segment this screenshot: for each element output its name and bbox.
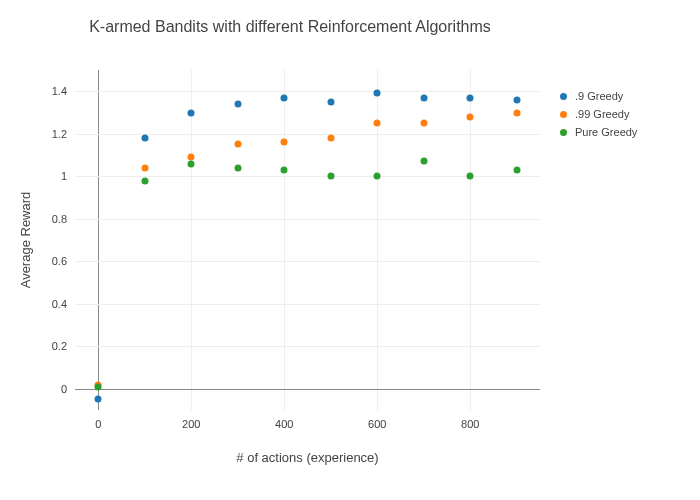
data-point[interactable] xyxy=(374,120,381,127)
legend-item[interactable]: .99 Greedy xyxy=(560,108,637,120)
grid-line-h xyxy=(75,346,540,347)
grid-line-h xyxy=(75,261,540,262)
y-tick-label: 0.2 xyxy=(37,340,67,352)
y-tick-label: 0.8 xyxy=(37,213,67,225)
legend-marker-icon xyxy=(560,129,567,136)
grid-line-h xyxy=(75,304,540,305)
legend-label: .99 Greedy xyxy=(575,108,629,120)
data-point[interactable] xyxy=(374,90,381,97)
legend-label: Pure Greedy xyxy=(575,126,637,138)
x-tick-label: 0 xyxy=(95,418,101,430)
data-point[interactable] xyxy=(374,173,381,180)
legend: .9 Greedy.99 GreedyPure Greedy xyxy=(560,90,637,144)
y-axis-label: Average Reward xyxy=(18,192,33,289)
data-point[interactable] xyxy=(141,164,148,171)
data-point[interactable] xyxy=(234,101,241,108)
legend-marker-icon xyxy=(560,93,567,100)
x-axis-label: # of actions (experience) xyxy=(236,450,378,465)
data-point[interactable] xyxy=(513,96,520,103)
y-tick-label: 1 xyxy=(37,170,67,182)
data-point[interactable] xyxy=(327,98,334,105)
data-point[interactable] xyxy=(141,135,148,142)
data-point[interactable] xyxy=(327,173,334,180)
data-point[interactable] xyxy=(234,141,241,148)
chart-title: K-armed Bandits with different Reinforce… xyxy=(0,18,580,36)
legend-marker-icon xyxy=(560,111,567,118)
data-point[interactable] xyxy=(467,94,474,101)
data-point[interactable] xyxy=(281,166,288,173)
legend-label: .9 Greedy xyxy=(575,90,623,102)
y-tick-label: 0 xyxy=(37,383,67,395)
data-point[interactable] xyxy=(467,113,474,120)
y-tick-label: 0.4 xyxy=(37,298,67,310)
data-point[interactable] xyxy=(513,166,520,173)
data-point[interactable] xyxy=(467,173,474,180)
x-tick-label: 400 xyxy=(275,418,293,430)
grid-line-v xyxy=(470,70,471,410)
data-point[interactable] xyxy=(420,120,427,127)
y-tick-label: 0.6 xyxy=(37,255,67,267)
data-point[interactable] xyxy=(188,109,195,116)
plot-area xyxy=(75,70,540,410)
x-tick-label: 200 xyxy=(182,418,200,430)
legend-item[interactable]: Pure Greedy xyxy=(560,126,637,138)
data-point[interactable] xyxy=(420,158,427,165)
data-point[interactable] xyxy=(281,94,288,101)
data-point[interactable] xyxy=(420,94,427,101)
grid-line-v xyxy=(284,70,285,410)
x-tick-label: 600 xyxy=(368,418,386,430)
x-tick-label: 800 xyxy=(461,418,479,430)
data-point[interactable] xyxy=(513,109,520,116)
data-point[interactable] xyxy=(141,177,148,184)
y-tick-label: 1.4 xyxy=(37,85,67,97)
zero-line-h xyxy=(75,389,540,390)
grid-line-h xyxy=(75,91,540,92)
grid-line-v xyxy=(191,70,192,410)
data-point[interactable] xyxy=(95,396,102,403)
data-point[interactable] xyxy=(327,135,334,142)
zero-line-v xyxy=(98,70,99,410)
data-point[interactable] xyxy=(234,164,241,171)
data-point[interactable] xyxy=(188,160,195,167)
data-point[interactable] xyxy=(281,139,288,146)
legend-item[interactable]: .9 Greedy xyxy=(560,90,637,102)
grid-line-h xyxy=(75,219,540,220)
data-point[interactable] xyxy=(95,383,102,390)
y-tick-label: 1.2 xyxy=(37,128,67,140)
